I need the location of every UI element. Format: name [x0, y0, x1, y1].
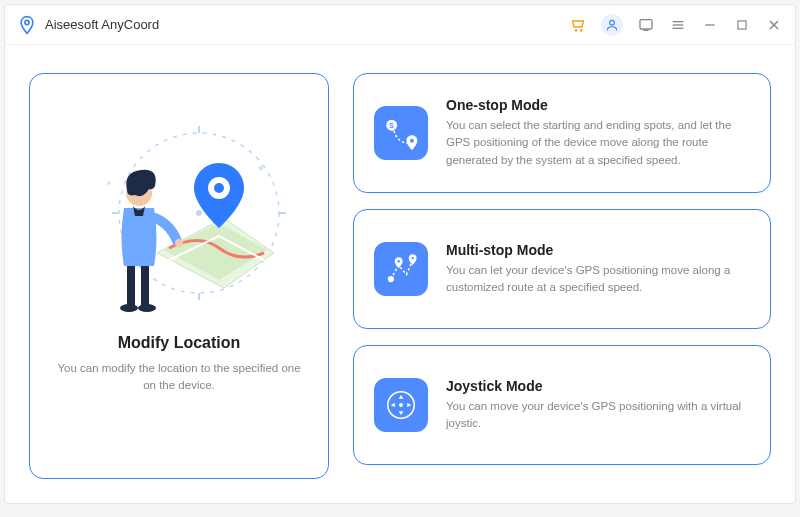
- svg-point-2: [581, 29, 582, 30]
- modify-location-illustration: [69, 98, 289, 328]
- svg-point-25: [138, 304, 156, 312]
- minimize-button[interactable]: [701, 16, 719, 34]
- modify-location-title: Modify Location: [118, 334, 241, 352]
- app-window: Aiseesoft AnyCoord: [4, 4, 796, 504]
- svg-rect-9: [738, 20, 746, 28]
- maximize-button[interactable]: [733, 16, 751, 34]
- svg-marker-37: [399, 395, 404, 399]
- svg-point-0: [25, 20, 29, 24]
- svg-point-26: [175, 239, 183, 247]
- joystick-mode-description: You can move your device's GPS positioni…: [446, 398, 750, 433]
- multi-stop-mode-title: Multi-stop Mode: [446, 242, 750, 258]
- joystick-mode-title: Joystick Mode: [446, 378, 750, 394]
- one-stop-mode-title: One-stop Mode: [446, 97, 750, 113]
- svg-point-28: [259, 166, 264, 171]
- content-area: Modify Location You can modify the locat…: [5, 45, 795, 503]
- svg-rect-4: [640, 19, 652, 28]
- titlebar-actions: [569, 14, 783, 36]
- cart-icon[interactable]: [569, 16, 587, 34]
- user-icon[interactable]: [601, 14, 623, 36]
- svg-marker-38: [399, 411, 404, 415]
- joystick-mode-card[interactable]: Joystick Mode You can move your device's…: [353, 345, 771, 465]
- close-button[interactable]: [765, 16, 783, 34]
- app-logo-icon: [17, 15, 37, 35]
- multi-stop-mode-description: You can let your device's GPS positionin…: [446, 262, 750, 297]
- joystick-icon: [374, 378, 428, 432]
- one-stop-icon: S: [374, 106, 428, 160]
- menu-icon[interactable]: [669, 16, 687, 34]
- svg-marker-39: [391, 403, 395, 408]
- svg-point-32: [410, 139, 414, 143]
- one-stop-mode-description: You can select the starting and ending s…: [446, 117, 750, 169]
- svg-point-29: [107, 181, 111, 185]
- svg-point-13: [196, 210, 202, 216]
- svg-point-41: [399, 403, 403, 407]
- svg-point-35: [412, 257, 414, 259]
- svg-rect-22: [127, 263, 135, 305]
- mode-list: S One-stop Mode You can select the start…: [353, 73, 771, 479]
- app-title: Aiseesoft AnyCoord: [45, 17, 159, 32]
- multi-stop-mode-card[interactable]: Multi-stop Mode You can let your device'…: [353, 209, 771, 329]
- modify-location-description: You can modify the location to the speci…: [50, 360, 308, 395]
- svg-point-1: [575, 29, 576, 30]
- svg-text:S: S: [389, 122, 394, 129]
- svg-marker-19: [164, 223, 267, 280]
- modify-location-card[interactable]: Modify Location You can modify the locat…: [29, 73, 329, 479]
- svg-marker-40: [407, 403, 411, 408]
- multi-stop-icon: [374, 242, 428, 296]
- svg-point-3: [610, 20, 615, 25]
- titlebar: Aiseesoft AnyCoord: [5, 5, 795, 45]
- svg-rect-23: [141, 263, 149, 305]
- svg-point-33: [388, 276, 394, 282]
- svg-point-21: [214, 183, 224, 193]
- svg-point-24: [120, 304, 138, 312]
- one-stop-mode-card[interactable]: S One-stop Mode You can select the start…: [353, 73, 771, 193]
- feedback-icon[interactable]: [637, 16, 655, 34]
- svg-point-34: [398, 260, 400, 262]
